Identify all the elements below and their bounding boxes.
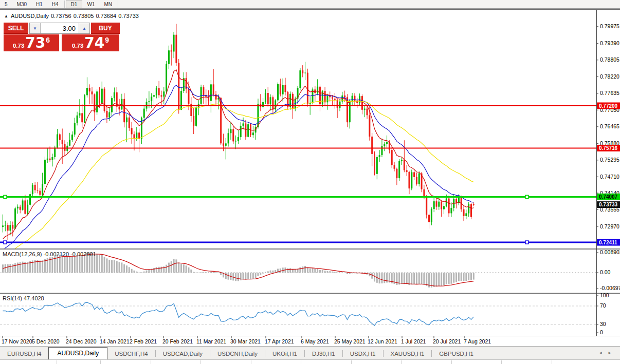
sell-price-pip-digit: 6	[46, 36, 50, 44]
svg-text:17 Apr 2021: 17 Apr 2021	[265, 338, 294, 344]
buy-button[interactable]: BUY	[91, 23, 120, 34]
timeframe-button-M30[interactable]: M30	[12, 0, 31, 8]
tab-scroll-arrows[interactable]: ◄►	[598, 351, 617, 355]
chart-tab-bar: EURUSD,H4AUDUSD,DailyUSDCHF,H4USDCAD,Dai…	[0, 346, 620, 359]
svg-text:0.73733: 0.73733	[599, 202, 618, 207]
sell-price-big-digits: 73	[25, 35, 45, 51]
ohlc-open: 0.73756	[51, 13, 71, 19]
timeframe-toolbar: 5M30H1H4D1W1MN	[0, 0, 620, 9]
svg-text:0.72411: 0.72411	[599, 240, 617, 245]
buy-price-pip-digit: 9	[105, 36, 109, 44]
strip-separator	[200, 360, 201, 364]
volume-decrease-button[interactable]: ▼	[30, 23, 41, 33]
toolbar-separator	[64, 1, 65, 8]
svg-text:14 Jan 2021: 14 Jan 2021	[100, 338, 130, 344]
ma-line-20	[3, 85, 474, 251]
svg-text:20 Feb 2021: 20 Feb 2021	[162, 338, 193, 344]
timeframe-button-MN[interactable]: MN	[99, 0, 117, 8]
ohlc-high: 0.73805	[74, 13, 94, 19]
horizontal-line-objects[interactable]	[0, 106, 596, 244]
svg-text:0.74007: 0.74007	[599, 194, 618, 200]
macd-indicator-label: MACD(12,26,9) -0.002120 -0.002801	[3, 251, 96, 257]
line-handle[interactable]	[4, 241, 7, 244]
candlestick-series	[2, 24, 475, 240]
timeframe-button-5[interactable]: 5	[0, 0, 12, 8]
strip-separator	[100, 360, 101, 364]
collapse-triangle-icon[interactable]: ▲	[4, 14, 8, 18]
line-handle[interactable]	[4, 195, 7, 198]
ohlc-close: 0.73733	[118, 13, 139, 19]
svg-text:30: 30	[600, 321, 606, 327]
strip-separator	[57, 360, 57, 364]
svg-text:0.008903: 0.008903	[600, 249, 620, 255]
chart-tab-xauusd-h1[interactable]: XAUUSD,H1	[384, 349, 432, 359]
chart-tab-ukoil-h1[interactable]: UKOil,H1	[265, 349, 304, 359]
svg-text:25 May 2021: 25 May 2021	[334, 338, 366, 344]
timeframe-button-H4[interactable]: H4	[47, 0, 63, 8]
volume-input[interactable]: 3.00	[41, 23, 79, 33]
buy-price-prefix: 0.73	[72, 43, 83, 49]
svg-text:0.75295: 0.75295	[600, 157, 619, 163]
strip-separator	[351, 360, 352, 364]
price-axis[interactable]: 0.799750.793900.788050.782200.776350.770…	[596, 23, 620, 335]
chart-tab-usdcad-daily[interactable]: USDCAD,Daily	[156, 349, 210, 359]
rsi-indicator-label: RSI(14) 47.4028	[3, 295, 44, 301]
timeframe-button-D1[interactable]: D1	[66, 0, 83, 8]
strip-separator	[151, 360, 151, 364]
svg-text:6 May 2021: 6 May 2021	[301, 338, 329, 344]
volume-increase-button[interactable]: ▲	[79, 23, 89, 33]
svg-text:0.78805: 0.78805	[600, 56, 619, 63]
sell-price-display[interactable]: 0.73 73 6	[4, 34, 59, 51]
svg-text:7 Aug 2021: 7 Aug 2021	[464, 338, 491, 344]
ma-line-45	[3, 101, 474, 255]
svg-text:17 Nov 2020: 17 Nov 2020	[2, 338, 32, 344]
svg-text:0.76465: 0.76465	[600, 123, 619, 129]
chart-tab-usdcnh-daily[interactable]: USDCNH,Daily	[210, 349, 265, 359]
svg-text:5 Dec 2020: 5 Dec 2020	[32, 338, 60, 344]
rsi-indicator	[0, 302, 596, 325]
sell-button[interactable]: SELL	[4, 23, 28, 34]
svg-text:0.79390: 0.79390	[600, 40, 619, 46]
chart-tab-audusd-daily[interactable]: AUDUSD,Daily	[48, 347, 107, 360]
chart-tab-usdchf-h4[interactable]: USDCHF,H4	[107, 349, 155, 359]
svg-text:0: 0	[600, 329, 603, 335]
svg-text:2 Feb 2021: 2 Feb 2021	[130, 338, 157, 344]
chart-tab-eurusd-h4[interactable]: EURUSD,H4	[0, 349, 48, 359]
chart-frame	[0, 10, 620, 336]
price-chart-svg: 0.799750.793900.788050.782200.776350.770…	[0, 10, 620, 347]
moving-average-lines	[3, 70, 474, 255]
ma-line-10	[3, 70, 474, 239]
timeframe-button-H1[interactable]: H1	[31, 0, 47, 8]
strip-separator	[501, 360, 502, 364]
macd-signal-line	[3, 254, 474, 286]
line-handle[interactable]	[525, 195, 528, 198]
svg-text:12 Jun 2021: 12 Jun 2021	[368, 338, 397, 344]
ohlc-low: 0.73684	[96, 13, 116, 19]
time-axis[interactable]: 17 Nov 20205 Dec 202024 Dec 202014 Jan 2…	[2, 336, 491, 344]
strip-separator	[552, 360, 552, 364]
sell-price-prefix: 0.73	[13, 43, 24, 49]
toolbar-separator	[118, 1, 118, 8]
svg-text:30 Mar 2021: 30 Mar 2021	[230, 338, 261, 344]
strip-separator	[251, 360, 251, 364]
chart-title: ▲AUDUSD,Daily0.737560.738050.736840.7373…	[4, 13, 139, 19]
strip-separator	[301, 360, 301, 364]
svg-text:0.77635: 0.77635	[600, 90, 619, 96]
svg-text:0.77200: 0.77200	[599, 103, 618, 109]
chart-symbol-label: AUDUSD,Daily	[11, 13, 49, 19]
strip-separator	[451, 360, 452, 364]
buy-price-big-digits: 74	[84, 35, 104, 51]
svg-text:0.00: 0.00	[600, 269, 611, 275]
buy-price-display[interactable]: 0.73 74 9	[62, 34, 119, 51]
svg-text:0.72970: 0.72970	[600, 223, 619, 229]
chart-tab-dj30-h1[interactable]: DJ30,H1	[305, 349, 342, 359]
timeframe-button-W1[interactable]: W1	[82, 0, 99, 8]
chart-tab-usdx-h1[interactable]: USDX,H1	[343, 349, 383, 359]
line-handle[interactable]	[525, 241, 528, 244]
svg-text:0.74710: 0.74710	[600, 174, 619, 180]
chart-tab-gbpusd-h1[interactable]: GBPUSD,H1	[432, 349, 480, 359]
svg-text:11 Mar 2021: 11 Mar 2021	[196, 338, 226, 344]
svg-text:1 Jul 2021: 1 Jul 2021	[401, 338, 426, 344]
svg-text:100: 100	[600, 292, 609, 298]
svg-text:0.79975: 0.79975	[600, 23, 619, 29]
